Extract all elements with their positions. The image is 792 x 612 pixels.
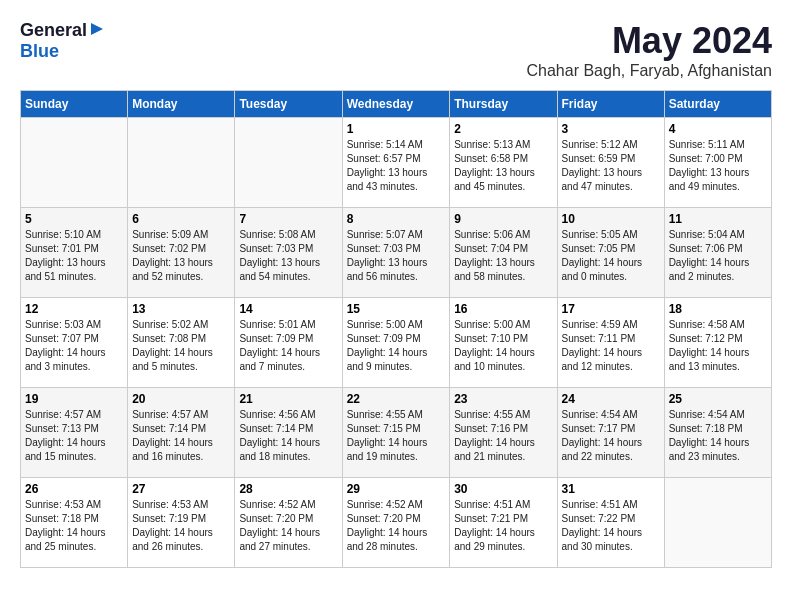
day-number: 21 bbox=[239, 392, 337, 406]
weekday-header-wednesday: Wednesday bbox=[342, 91, 450, 118]
weekday-header-sunday: Sunday bbox=[21, 91, 128, 118]
day-info: Sunrise: 5:05 AM Sunset: 7:05 PM Dayligh… bbox=[562, 228, 660, 284]
calendar-table: SundayMondayTuesdayWednesdayThursdayFrid… bbox=[20, 90, 772, 568]
day-info: Sunrise: 5:03 AM Sunset: 7:07 PM Dayligh… bbox=[25, 318, 123, 374]
calendar-cell: 19Sunrise: 4:57 AM Sunset: 7:13 PM Dayli… bbox=[21, 388, 128, 478]
calendar-cell: 30Sunrise: 4:51 AM Sunset: 7:21 PM Dayli… bbox=[450, 478, 557, 568]
day-info: Sunrise: 5:02 AM Sunset: 7:08 PM Dayligh… bbox=[132, 318, 230, 374]
calendar-cell: 17Sunrise: 4:59 AM Sunset: 7:11 PM Dayli… bbox=[557, 298, 664, 388]
calendar-cell: 28Sunrise: 4:52 AM Sunset: 7:20 PM Dayli… bbox=[235, 478, 342, 568]
calendar-cell: 6Sunrise: 5:09 AM Sunset: 7:02 PM Daylig… bbox=[128, 208, 235, 298]
day-info: Sunrise: 4:57 AM Sunset: 7:14 PM Dayligh… bbox=[132, 408, 230, 464]
calendar-cell: 27Sunrise: 4:53 AM Sunset: 7:19 PM Dayli… bbox=[128, 478, 235, 568]
day-number: 8 bbox=[347, 212, 446, 226]
day-info: Sunrise: 4:51 AM Sunset: 7:21 PM Dayligh… bbox=[454, 498, 552, 554]
weekday-header-friday: Friday bbox=[557, 91, 664, 118]
week-row-5: 26Sunrise: 4:53 AM Sunset: 7:18 PM Dayli… bbox=[21, 478, 772, 568]
day-info: Sunrise: 4:51 AM Sunset: 7:22 PM Dayligh… bbox=[562, 498, 660, 554]
calendar-cell: 1Sunrise: 5:14 AM Sunset: 6:57 PM Daylig… bbox=[342, 118, 450, 208]
day-info: Sunrise: 5:10 AM Sunset: 7:01 PM Dayligh… bbox=[25, 228, 123, 284]
calendar-cell: 5Sunrise: 5:10 AM Sunset: 7:01 PM Daylig… bbox=[21, 208, 128, 298]
calendar-cell bbox=[128, 118, 235, 208]
calendar-cell: 31Sunrise: 4:51 AM Sunset: 7:22 PM Dayli… bbox=[557, 478, 664, 568]
calendar-cell: 26Sunrise: 4:53 AM Sunset: 7:18 PM Dayli… bbox=[21, 478, 128, 568]
day-info: Sunrise: 5:00 AM Sunset: 7:09 PM Dayligh… bbox=[347, 318, 446, 374]
day-info: Sunrise: 4:54 AM Sunset: 7:17 PM Dayligh… bbox=[562, 408, 660, 464]
calendar-cell: 23Sunrise: 4:55 AM Sunset: 7:16 PM Dayli… bbox=[450, 388, 557, 478]
day-number: 27 bbox=[132, 482, 230, 496]
day-info: Sunrise: 4:58 AM Sunset: 7:12 PM Dayligh… bbox=[669, 318, 767, 374]
day-number: 4 bbox=[669, 122, 767, 136]
calendar-cell: 15Sunrise: 5:00 AM Sunset: 7:09 PM Dayli… bbox=[342, 298, 450, 388]
page-header: General Blue May 2024 Chahar Bagh, Farya… bbox=[20, 20, 772, 80]
calendar-cell: 4Sunrise: 5:11 AM Sunset: 7:00 PM Daylig… bbox=[664, 118, 771, 208]
day-number: 15 bbox=[347, 302, 446, 316]
day-info: Sunrise: 4:59 AM Sunset: 7:11 PM Dayligh… bbox=[562, 318, 660, 374]
day-number: 26 bbox=[25, 482, 123, 496]
calendar-cell: 21Sunrise: 4:56 AM Sunset: 7:14 PM Dayli… bbox=[235, 388, 342, 478]
day-number: 5 bbox=[25, 212, 123, 226]
week-row-4: 19Sunrise: 4:57 AM Sunset: 7:13 PM Dayli… bbox=[21, 388, 772, 478]
day-info: Sunrise: 4:52 AM Sunset: 7:20 PM Dayligh… bbox=[347, 498, 446, 554]
day-number: 28 bbox=[239, 482, 337, 496]
day-number: 1 bbox=[347, 122, 446, 136]
day-number: 30 bbox=[454, 482, 552, 496]
calendar-cell: 24Sunrise: 4:54 AM Sunset: 7:17 PM Dayli… bbox=[557, 388, 664, 478]
day-number: 23 bbox=[454, 392, 552, 406]
day-number: 25 bbox=[669, 392, 767, 406]
day-info: Sunrise: 5:09 AM Sunset: 7:02 PM Dayligh… bbox=[132, 228, 230, 284]
calendar-cell: 13Sunrise: 5:02 AM Sunset: 7:08 PM Dayli… bbox=[128, 298, 235, 388]
day-info: Sunrise: 5:04 AM Sunset: 7:06 PM Dayligh… bbox=[669, 228, 767, 284]
day-number: 12 bbox=[25, 302, 123, 316]
calendar-cell: 10Sunrise: 5:05 AM Sunset: 7:05 PM Dayli… bbox=[557, 208, 664, 298]
day-number: 22 bbox=[347, 392, 446, 406]
day-number: 16 bbox=[454, 302, 552, 316]
day-number: 19 bbox=[25, 392, 123, 406]
weekday-header-thursday: Thursday bbox=[450, 91, 557, 118]
calendar-cell: 18Sunrise: 4:58 AM Sunset: 7:12 PM Dayli… bbox=[664, 298, 771, 388]
calendar-cell: 16Sunrise: 5:00 AM Sunset: 7:10 PM Dayli… bbox=[450, 298, 557, 388]
calendar-cell bbox=[664, 478, 771, 568]
svg-marker-0 bbox=[91, 23, 103, 35]
day-info: Sunrise: 5:13 AM Sunset: 6:58 PM Dayligh… bbox=[454, 138, 552, 194]
day-info: Sunrise: 4:52 AM Sunset: 7:20 PM Dayligh… bbox=[239, 498, 337, 554]
logo-blue-text: Blue bbox=[20, 41, 59, 61]
day-number: 31 bbox=[562, 482, 660, 496]
day-info: Sunrise: 5:08 AM Sunset: 7:03 PM Dayligh… bbox=[239, 228, 337, 284]
day-number: 10 bbox=[562, 212, 660, 226]
day-info: Sunrise: 4:55 AM Sunset: 7:16 PM Dayligh… bbox=[454, 408, 552, 464]
day-number: 9 bbox=[454, 212, 552, 226]
calendar-cell: 3Sunrise: 5:12 AM Sunset: 6:59 PM Daylig… bbox=[557, 118, 664, 208]
day-number: 17 bbox=[562, 302, 660, 316]
day-info: Sunrise: 5:00 AM Sunset: 7:10 PM Dayligh… bbox=[454, 318, 552, 374]
calendar-cell: 22Sunrise: 4:55 AM Sunset: 7:15 PM Dayli… bbox=[342, 388, 450, 478]
calendar-cell: 2Sunrise: 5:13 AM Sunset: 6:58 PM Daylig… bbox=[450, 118, 557, 208]
calendar-cell: 25Sunrise: 4:54 AM Sunset: 7:18 PM Dayli… bbox=[664, 388, 771, 478]
calendar-cell: 14Sunrise: 5:01 AM Sunset: 7:09 PM Dayli… bbox=[235, 298, 342, 388]
week-row-3: 12Sunrise: 5:03 AM Sunset: 7:07 PM Dayli… bbox=[21, 298, 772, 388]
calendar-cell: 12Sunrise: 5:03 AM Sunset: 7:07 PM Dayli… bbox=[21, 298, 128, 388]
logo-arrow-icon bbox=[89, 21, 105, 37]
calendar-cell: 8Sunrise: 5:07 AM Sunset: 7:03 PM Daylig… bbox=[342, 208, 450, 298]
day-info: Sunrise: 5:12 AM Sunset: 6:59 PM Dayligh… bbox=[562, 138, 660, 194]
day-info: Sunrise: 4:56 AM Sunset: 7:14 PM Dayligh… bbox=[239, 408, 337, 464]
day-number: 29 bbox=[347, 482, 446, 496]
calendar-cell: 20Sunrise: 4:57 AM Sunset: 7:14 PM Dayli… bbox=[128, 388, 235, 478]
day-info: Sunrise: 4:54 AM Sunset: 7:18 PM Dayligh… bbox=[669, 408, 767, 464]
calendar-cell: 9Sunrise: 5:06 AM Sunset: 7:04 PM Daylig… bbox=[450, 208, 557, 298]
day-info: Sunrise: 4:57 AM Sunset: 7:13 PM Dayligh… bbox=[25, 408, 123, 464]
weekday-header-saturday: Saturday bbox=[664, 91, 771, 118]
day-number: 18 bbox=[669, 302, 767, 316]
calendar-cell: 29Sunrise: 4:52 AM Sunset: 7:20 PM Dayli… bbox=[342, 478, 450, 568]
day-info: Sunrise: 5:14 AM Sunset: 6:57 PM Dayligh… bbox=[347, 138, 446, 194]
day-number: 20 bbox=[132, 392, 230, 406]
calendar-cell bbox=[21, 118, 128, 208]
location-title: Chahar Bagh, Faryab, Afghanistan bbox=[527, 62, 773, 80]
day-info: Sunrise: 5:11 AM Sunset: 7:00 PM Dayligh… bbox=[669, 138, 767, 194]
day-number: 7 bbox=[239, 212, 337, 226]
calendar-cell: 11Sunrise: 5:04 AM Sunset: 7:06 PM Dayli… bbox=[664, 208, 771, 298]
day-info: Sunrise: 5:07 AM Sunset: 7:03 PM Dayligh… bbox=[347, 228, 446, 284]
day-number: 3 bbox=[562, 122, 660, 136]
weekday-header-monday: Monday bbox=[128, 91, 235, 118]
day-number: 6 bbox=[132, 212, 230, 226]
